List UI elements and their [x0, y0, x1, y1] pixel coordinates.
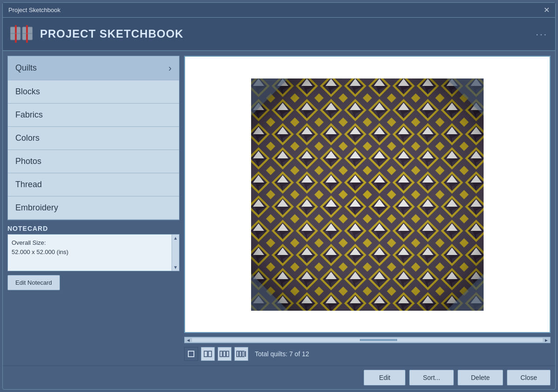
nav-item-thread[interactable]: Thread: [8, 173, 179, 196]
svg-rect-33: [242, 351, 244, 357]
nav-item-label: Blocks: [15, 87, 40, 97]
app-header: PROJECT SKETCHBOOK ···: [3, 18, 555, 51]
svg-rect-3: [26, 25, 28, 43]
nav-item-photos[interactable]: Photos: [8, 150, 179, 173]
main-content: Quilts›BlocksFabricsColorsPhotosThreadEm…: [3, 51, 555, 366]
view-quad-button[interactable]: [234, 347, 248, 361]
svg-rect-31: [237, 351, 239, 357]
more-options-button[interactable]: ···: [536, 29, 548, 39]
svg-rect-20: [251, 78, 484, 311]
delete-button[interactable]: Delete: [458, 370, 503, 385]
nav-item-label: Photos: [15, 157, 41, 166]
title-bar: Project Sketchbook ✕: [3, 3, 555, 18]
nav-item-label: Fabrics: [15, 110, 43, 120]
nav-arrow-icon: ›: [168, 63, 172, 73]
scroll-thumb[interactable]: [360, 339, 397, 341]
edit-button[interactable]: Edit: [364, 370, 405, 385]
notecard-section: NOTECARD Overall Size: 52.000 x 52.000 (…: [7, 225, 179, 290]
view-triple-button[interactable]: [218, 347, 232, 361]
footer-buttons: Edit Sort... Delete Close: [3, 366, 555, 389]
scroll-up-arrow[interactable]: ▲: [173, 235, 178, 241]
nav-item-quilts[interactable]: Quilts›: [8, 56, 179, 80]
svg-rect-34: [245, 351, 246, 357]
svg-rect-26: [204, 351, 207, 357]
svg-rect-29: [223, 351, 226, 357]
nav-item-embroidery[interactable]: Embroidery: [8, 196, 179, 220]
notecard-box: Overall Size: 52.000 x 52.000 (ins) ▲ ▼: [7, 234, 179, 271]
total-quilts-label: Total quilts: 7 of 12: [255, 350, 309, 358]
scroll-left-button[interactable]: ◄: [185, 337, 192, 343]
quilt-preview: [184, 56, 551, 333]
nav-item-label: Colors: [15, 133, 40, 143]
nav-item-blocks[interactable]: Blocks: [8, 80, 179, 104]
edit-notecard-button[interactable]: Edit Notecard: [7, 275, 60, 290]
nav-list: Quilts›BlocksFabricsColorsPhotosThreadEm…: [7, 56, 179, 220]
svg-rect-2: [15, 25, 17, 43]
nav-item-label: Thread: [15, 180, 42, 189]
close-button[interactable]: Close: [507, 370, 551, 385]
book-icon: [10, 25, 33, 43]
window-close-button[interactable]: ✕: [544, 7, 550, 14]
right-panel: ◄ ► Total quilts:: [184, 56, 551, 361]
notecard-scrollbar[interactable]: ▲ ▼: [172, 235, 179, 271]
svg-rect-28: [220, 351, 222, 357]
nav-item-fabrics[interactable]: Fabrics: [8, 104, 179, 127]
horizontal-scrollbar[interactable]: ◄ ►: [184, 337, 551, 343]
scroll-down-arrow[interactable]: ▼: [173, 265, 178, 270]
nav-item-label: Embroidery: [15, 203, 58, 213]
scroll-right-button[interactable]: ►: [543, 337, 550, 343]
nav-item-colors[interactable]: Colors: [8, 127, 179, 150]
svg-rect-27: [208, 351, 212, 357]
quilt-image: [246, 74, 488, 315]
svg-rect-32: [239, 351, 241, 357]
app-title: PROJECT SKETCHBOOK: [40, 27, 184, 40]
main-window: Project Sketchbook ✕ PROJECT SKETCHBOOK …: [2, 2, 556, 390]
nav-item-label: Quilts: [15, 63, 37, 73]
view-single-button[interactable]: [184, 347, 198, 361]
notecard-label: NOTECARD: [7, 225, 179, 232]
view-double-button[interactable]: [201, 347, 215, 361]
scroll-track: [185, 338, 550, 342]
svg-rect-30: [226, 351, 229, 357]
header-left: PROJECT SKETCHBOOK: [10, 25, 184, 43]
footer-spacer: [7, 370, 360, 385]
bottom-controls: Total quilts: 7 of 12: [184, 347, 551, 361]
svg-rect-25: [188, 351, 194, 357]
notecard-line2: 52.000 x 52.000 (ins): [12, 248, 167, 257]
sort-button[interactable]: Sort...: [409, 370, 453, 385]
window-title: Project Sketchbook: [8, 7, 60, 13]
notecard-line1: Overall Size:: [12, 238, 167, 248]
left-panel: Quilts›BlocksFabricsColorsPhotosThreadEm…: [7, 56, 179, 361]
